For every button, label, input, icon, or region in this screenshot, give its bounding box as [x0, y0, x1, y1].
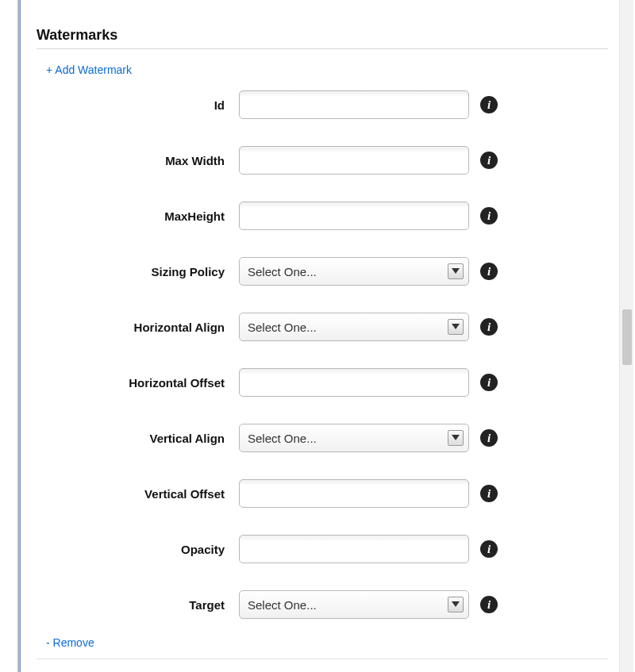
info-icon[interactable]: i [480, 263, 498, 280]
select-horizontal-align[interactable]: Select One... [239, 313, 469, 341]
select-value: Select One... [248, 265, 317, 278]
label-vertical-align: Vertical Align [37, 432, 239, 445]
label-horizontal-offset: Horizontal Offset [37, 376, 239, 390]
input-vertical-offset[interactable] [239, 479, 469, 508]
row-target: Target Select One... i [37, 590, 608, 619]
section-divider-bottom [37, 659, 608, 659]
label-max-height: MaxHeight [37, 209, 239, 223]
select-target[interactable]: Select One... [239, 590, 469, 619]
info-icon[interactable]: i [480, 152, 498, 169]
select-value: Select One... [248, 321, 317, 334]
label-horizontal-align: Horizontal Align [37, 321, 239, 334]
info-icon[interactable]: i [480, 540, 498, 558]
svg-marker-2 [452, 435, 460, 440]
info-icon[interactable]: i [480, 318, 498, 336]
row-horizontal-offset: Horizontal Offset i [37, 368, 608, 397]
info-icon[interactable]: i [480, 596, 498, 613]
section-divider [37, 48, 608, 49]
label-id: Id [37, 98, 239, 112]
input-id[interactable] [239, 90, 469, 119]
select-value: Select One... [248, 598, 317, 612]
label-sizing-policy: Sizing Policy [37, 265, 239, 278]
input-opacity[interactable] [239, 535, 469, 563]
row-horizontal-align: Horizontal Align Select One... i [37, 313, 608, 341]
watermark-form: Id i Max Width i MaxHeight i Sizing Poli… [37, 90, 608, 619]
info-icon[interactable]: i [480, 96, 498, 113]
row-opacity: Opacity i [37, 535, 608, 563]
info-icon[interactable]: i [480, 374, 498, 391]
info-icon[interactable]: i [480, 485, 498, 502]
label-max-width: Max Width [37, 154, 239, 167]
section-title: Watermarks [37, 27, 608, 44]
label-vertical-offset: Vertical Offset [37, 487, 239, 501]
svg-marker-3 [452, 601, 460, 607]
scrollbar-thumb[interactable] [622, 309, 632, 365]
add-watermark-link[interactable]: + Add Watermark [46, 63, 132, 76]
row-sizing-policy: Sizing Policy Select One... i [37, 257, 608, 286]
input-horizontal-offset[interactable] [239, 368, 469, 397]
select-value: Select One... [248, 432, 317, 445]
row-id: Id i [37, 90, 608, 119]
row-max-width: Max Width i [37, 146, 608, 175]
input-max-height[interactable] [239, 202, 469, 230]
chevron-down-icon [448, 430, 464, 446]
label-opacity: Opacity [37, 543, 239, 556]
remove-watermark-link[interactable]: - Remove [46, 636, 94, 649]
svg-marker-0 [452, 268, 460, 274]
row-vertical-align: Vertical Align Select One... i [37, 424, 608, 452]
row-vertical-offset: Vertical Offset i [37, 479, 608, 508]
select-sizing-policy[interactable]: Select One... [239, 257, 469, 286]
chevron-down-icon [448, 263, 464, 279]
select-vertical-align[interactable]: Select One... [239, 424, 469, 452]
scrollbar-track[interactable] [619, 0, 633, 672]
chevron-down-icon [448, 319, 464, 335]
label-target: Target [37, 598, 239, 612]
left-vertical-rule [17, 0, 21, 672]
chevron-down-icon [448, 597, 464, 612]
svg-marker-1 [452, 324, 460, 329]
info-icon[interactable]: i [480, 207, 498, 225]
row-max-height: MaxHeight i [37, 202, 608, 230]
info-icon[interactable]: i [480, 429, 498, 447]
input-max-width[interactable] [239, 146, 469, 175]
